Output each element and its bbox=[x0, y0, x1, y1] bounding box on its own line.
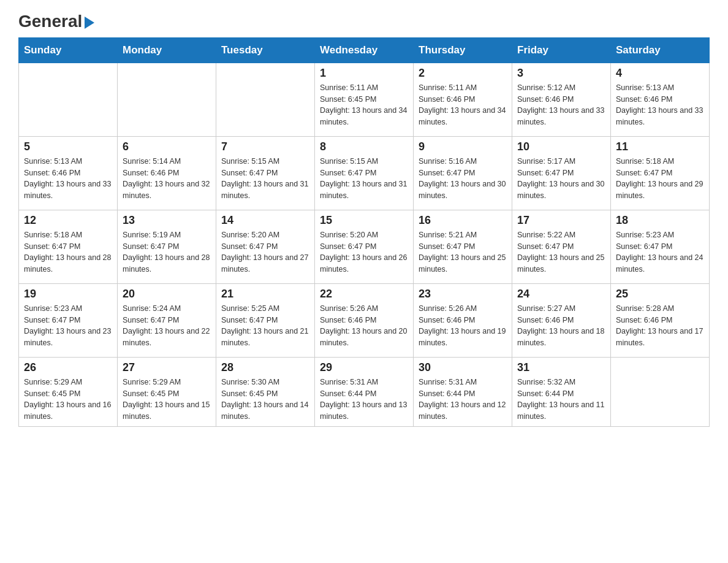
day-number: 1 bbox=[320, 67, 408, 80]
day-info: Sunrise: 5:31 AMSunset: 6:44 PMDaylight:… bbox=[419, 377, 507, 423]
day-number: 15 bbox=[320, 214, 408, 227]
calendar-cell: 14Sunrise: 5:20 AMSunset: 6:47 PMDayligh… bbox=[216, 210, 315, 283]
calendar-cell bbox=[216, 63, 315, 136]
day-number: 3 bbox=[517, 67, 605, 80]
day-number: 11 bbox=[616, 140, 704, 153]
calendar-cell: 12Sunrise: 5:18 AMSunset: 6:47 PMDayligh… bbox=[19, 210, 118, 283]
day-number: 13 bbox=[123, 214, 211, 227]
calendar-cell: 19Sunrise: 5:23 AMSunset: 6:47 PMDayligh… bbox=[19, 283, 118, 357]
day-number: 6 bbox=[123, 140, 211, 153]
day-info: Sunrise: 5:24 AMSunset: 6:47 PMDaylight:… bbox=[123, 303, 211, 349]
calendar-week-5: 26Sunrise: 5:29 AMSunset: 6:45 PMDayligh… bbox=[19, 357, 710, 426]
calendar-cell: 25Sunrise: 5:28 AMSunset: 6:46 PMDayligh… bbox=[611, 283, 710, 357]
day-info: Sunrise: 5:28 AMSunset: 6:46 PMDaylight:… bbox=[616, 303, 704, 349]
day-info: Sunrise: 5:31 AMSunset: 6:44 PMDaylight:… bbox=[320, 377, 408, 423]
day-number: 10 bbox=[517, 140, 605, 153]
day-info: Sunrise: 5:18 AMSunset: 6:47 PMDaylight:… bbox=[616, 156, 704, 202]
calendar-cell: 17Sunrise: 5:22 AMSunset: 6:47 PMDayligh… bbox=[512, 210, 611, 283]
day-number: 12 bbox=[24, 214, 112, 227]
calendar-cell: 13Sunrise: 5:19 AMSunset: 6:47 PMDayligh… bbox=[118, 210, 216, 283]
day-info: Sunrise: 5:25 AMSunset: 6:47 PMDaylight:… bbox=[221, 303, 309, 349]
calendar-cell: 29Sunrise: 5:31 AMSunset: 6:44 PMDayligh… bbox=[315, 357, 414, 426]
day-info: Sunrise: 5:20 AMSunset: 6:47 PMDaylight:… bbox=[320, 229, 408, 275]
calendar-cell: 6Sunrise: 5:14 AMSunset: 6:46 PMDaylight… bbox=[118, 136, 216, 210]
logo: General bbox=[18, 12, 94, 31]
day-number: 24 bbox=[517, 288, 605, 301]
logo-text-general: General bbox=[18, 12, 82, 31]
calendar-cell: 23Sunrise: 5:26 AMSunset: 6:46 PMDayligh… bbox=[414, 283, 512, 357]
calendar-cell: 3Sunrise: 5:12 AMSunset: 6:46 PMDaylight… bbox=[512, 63, 611, 136]
day-info: Sunrise: 5:30 AMSunset: 6:45 PMDaylight:… bbox=[221, 377, 309, 423]
calendar-cell: 15Sunrise: 5:20 AMSunset: 6:47 PMDayligh… bbox=[315, 210, 414, 283]
calendar-cell: 28Sunrise: 5:30 AMSunset: 6:45 PMDayligh… bbox=[216, 357, 315, 426]
day-info: Sunrise: 5:12 AMSunset: 6:46 PMDaylight:… bbox=[517, 82, 605, 128]
day-info: Sunrise: 5:20 AMSunset: 6:47 PMDaylight:… bbox=[221, 229, 309, 275]
calendar-cell bbox=[19, 63, 118, 136]
logo-arrow-icon bbox=[85, 17, 94, 31]
day-info: Sunrise: 5:22 AMSunset: 6:47 PMDaylight:… bbox=[517, 229, 605, 275]
day-number: 19 bbox=[24, 288, 112, 301]
day-info: Sunrise: 5:14 AMSunset: 6:46 PMDaylight:… bbox=[123, 156, 211, 202]
day-info: Sunrise: 5:26 AMSunset: 6:46 PMDaylight:… bbox=[320, 303, 408, 349]
day-number: 7 bbox=[221, 140, 309, 153]
day-number: 17 bbox=[517, 214, 605, 227]
day-number: 27 bbox=[123, 361, 211, 374]
day-number: 16 bbox=[419, 214, 507, 227]
day-number: 8 bbox=[320, 140, 408, 153]
day-number: 29 bbox=[320, 361, 408, 374]
calendar-cell: 4Sunrise: 5:13 AMSunset: 6:46 PMDaylight… bbox=[611, 63, 710, 136]
day-info: Sunrise: 5:15 AMSunset: 6:47 PMDaylight:… bbox=[221, 156, 309, 202]
calendar-cell: 21Sunrise: 5:25 AMSunset: 6:47 PMDayligh… bbox=[216, 283, 315, 357]
calendar-header-wednesday: Wednesday bbox=[315, 37, 414, 63]
day-number: 22 bbox=[320, 288, 408, 301]
calendar-cell: 26Sunrise: 5:29 AMSunset: 6:45 PMDayligh… bbox=[19, 357, 118, 426]
calendar-cell bbox=[118, 63, 216, 136]
calendar-cell: 10Sunrise: 5:17 AMSunset: 6:47 PMDayligh… bbox=[512, 136, 611, 210]
calendar-cell: 30Sunrise: 5:31 AMSunset: 6:44 PMDayligh… bbox=[414, 357, 512, 426]
day-info: Sunrise: 5:13 AMSunset: 6:46 PMDaylight:… bbox=[616, 82, 704, 128]
day-number: 4 bbox=[616, 67, 704, 80]
day-info: Sunrise: 5:18 AMSunset: 6:47 PMDaylight:… bbox=[24, 229, 112, 275]
day-info: Sunrise: 5:27 AMSunset: 6:46 PMDaylight:… bbox=[517, 303, 605, 349]
calendar-cell: 8Sunrise: 5:15 AMSunset: 6:47 PMDaylight… bbox=[315, 136, 414, 210]
day-number: 23 bbox=[419, 288, 507, 301]
calendar-table: SundayMondayTuesdayWednesdayThursdayFrid… bbox=[18, 37, 710, 427]
day-info: Sunrise: 5:13 AMSunset: 6:46 PMDaylight:… bbox=[24, 156, 112, 202]
day-info: Sunrise: 5:26 AMSunset: 6:46 PMDaylight:… bbox=[419, 303, 507, 349]
calendar-cell: 24Sunrise: 5:27 AMSunset: 6:46 PMDayligh… bbox=[512, 283, 611, 357]
calendar-week-2: 5Sunrise: 5:13 AMSunset: 6:46 PMDaylight… bbox=[19, 136, 710, 210]
day-info: Sunrise: 5:23 AMSunset: 6:47 PMDaylight:… bbox=[616, 229, 704, 275]
day-number: 18 bbox=[616, 214, 704, 227]
calendar-cell: 5Sunrise: 5:13 AMSunset: 6:46 PMDaylight… bbox=[19, 136, 118, 210]
calendar-cell: 16Sunrise: 5:21 AMSunset: 6:47 PMDayligh… bbox=[414, 210, 512, 283]
calendar-header-monday: Monday bbox=[118, 37, 216, 63]
calendar-week-3: 12Sunrise: 5:18 AMSunset: 6:47 PMDayligh… bbox=[19, 210, 710, 283]
day-info: Sunrise: 5:21 AMSunset: 6:47 PMDaylight:… bbox=[419, 229, 507, 275]
calendar-cell: 9Sunrise: 5:16 AMSunset: 6:47 PMDaylight… bbox=[414, 136, 512, 210]
day-number: 21 bbox=[221, 288, 309, 301]
day-number: 28 bbox=[221, 361, 309, 374]
calendar-week-1: 1Sunrise: 5:11 AMSunset: 6:45 PMDaylight… bbox=[19, 63, 710, 136]
calendar-cell: 11Sunrise: 5:18 AMSunset: 6:47 PMDayligh… bbox=[611, 136, 710, 210]
calendar-header-thursday: Thursday bbox=[414, 37, 512, 63]
svg-marker-0 bbox=[85, 17, 94, 29]
day-number: 31 bbox=[517, 361, 605, 374]
calendar-cell: 7Sunrise: 5:15 AMSunset: 6:47 PMDaylight… bbox=[216, 136, 315, 210]
day-number: 9 bbox=[419, 140, 507, 153]
day-info: Sunrise: 5:15 AMSunset: 6:47 PMDaylight:… bbox=[320, 156, 408, 202]
calendar-cell: 22Sunrise: 5:26 AMSunset: 6:46 PMDayligh… bbox=[315, 283, 414, 357]
calendar-cell: 20Sunrise: 5:24 AMSunset: 6:47 PMDayligh… bbox=[118, 283, 216, 357]
day-info: Sunrise: 5:29 AMSunset: 6:45 PMDaylight:… bbox=[24, 377, 112, 423]
day-info: Sunrise: 5:32 AMSunset: 6:44 PMDaylight:… bbox=[517, 377, 605, 423]
calendar-header-row: SundayMondayTuesdayWednesdayThursdayFrid… bbox=[19, 37, 710, 63]
day-number: 14 bbox=[221, 214, 309, 227]
day-number: 26 bbox=[24, 361, 112, 374]
calendar-header-saturday: Saturday bbox=[611, 37, 710, 63]
calendar-cell: 2Sunrise: 5:11 AMSunset: 6:46 PMDaylight… bbox=[414, 63, 512, 136]
day-info: Sunrise: 5:29 AMSunset: 6:45 PMDaylight:… bbox=[123, 377, 211, 423]
day-info: Sunrise: 5:11 AMSunset: 6:45 PMDaylight:… bbox=[320, 82, 408, 128]
calendar-header-friday: Friday bbox=[512, 37, 611, 63]
day-number: 30 bbox=[419, 361, 507, 374]
day-info: Sunrise: 5:23 AMSunset: 6:47 PMDaylight:… bbox=[24, 303, 112, 349]
day-info: Sunrise: 5:17 AMSunset: 6:47 PMDaylight:… bbox=[517, 156, 605, 202]
